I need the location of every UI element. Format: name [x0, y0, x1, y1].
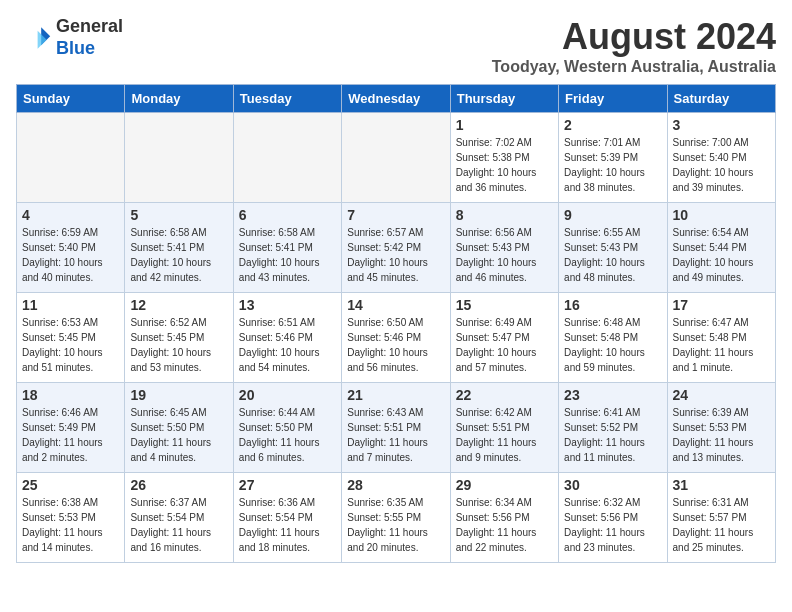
day-info: Sunrise: 6:44 AMSunset: 5:50 PMDaylight:… — [239, 405, 336, 465]
calendar-cell: 22Sunrise: 6:42 AMSunset: 5:51 PMDayligh… — [450, 383, 558, 473]
calendar-cell: 3Sunrise: 7:00 AMSunset: 5:40 PMDaylight… — [667, 113, 775, 203]
day-number: 6 — [239, 207, 336, 223]
calendar-week-row: 11Sunrise: 6:53 AMSunset: 5:45 PMDayligh… — [17, 293, 776, 383]
day-info: Sunrise: 6:42 AMSunset: 5:51 PMDaylight:… — [456, 405, 553, 465]
calendar-cell: 20Sunrise: 6:44 AMSunset: 5:50 PMDayligh… — [233, 383, 341, 473]
day-number: 18 — [22, 387, 119, 403]
day-info: Sunrise: 6:38 AMSunset: 5:53 PMDaylight:… — [22, 495, 119, 555]
day-info: Sunrise: 6:49 AMSunset: 5:47 PMDaylight:… — [456, 315, 553, 375]
day-info: Sunrise: 6:31 AMSunset: 5:57 PMDaylight:… — [673, 495, 770, 555]
calendar-cell: 11Sunrise: 6:53 AMSunset: 5:45 PMDayligh… — [17, 293, 125, 383]
day-number: 16 — [564, 297, 661, 313]
day-number: 31 — [673, 477, 770, 493]
calendar-cell: 7Sunrise: 6:57 AMSunset: 5:42 PMDaylight… — [342, 203, 450, 293]
calendar-cell: 12Sunrise: 6:52 AMSunset: 5:45 PMDayligh… — [125, 293, 233, 383]
day-number: 2 — [564, 117, 661, 133]
day-info: Sunrise: 6:47 AMSunset: 5:48 PMDaylight:… — [673, 315, 770, 375]
day-number: 21 — [347, 387, 444, 403]
day-number: 4 — [22, 207, 119, 223]
calendar-cell: 4Sunrise: 6:59 AMSunset: 5:40 PMDaylight… — [17, 203, 125, 293]
weekday-header-row: SundayMondayTuesdayWednesdayThursdayFrid… — [17, 85, 776, 113]
day-number: 22 — [456, 387, 553, 403]
day-number: 10 — [673, 207, 770, 223]
day-info: Sunrise: 6:51 AMSunset: 5:46 PMDaylight:… — [239, 315, 336, 375]
logo-blue-text: Blue — [56, 38, 123, 60]
calendar-table: SundayMondayTuesdayWednesdayThursdayFrid… — [16, 84, 776, 563]
day-number: 3 — [673, 117, 770, 133]
day-number: 23 — [564, 387, 661, 403]
day-info: Sunrise: 7:02 AMSunset: 5:38 PMDaylight:… — [456, 135, 553, 195]
calendar-cell: 30Sunrise: 6:32 AMSunset: 5:56 PMDayligh… — [559, 473, 667, 563]
day-info: Sunrise: 6:46 AMSunset: 5:49 PMDaylight:… — [22, 405, 119, 465]
day-info: Sunrise: 6:39 AMSunset: 5:53 PMDaylight:… — [673, 405, 770, 465]
logo-icon — [16, 20, 52, 56]
calendar-cell: 25Sunrise: 6:38 AMSunset: 5:53 PMDayligh… — [17, 473, 125, 563]
day-info: Sunrise: 6:43 AMSunset: 5:51 PMDaylight:… — [347, 405, 444, 465]
calendar-cell: 28Sunrise: 6:35 AMSunset: 5:55 PMDayligh… — [342, 473, 450, 563]
day-info: Sunrise: 6:52 AMSunset: 5:45 PMDaylight:… — [130, 315, 227, 375]
day-info: Sunrise: 6:53 AMSunset: 5:45 PMDaylight:… — [22, 315, 119, 375]
calendar-cell: 26Sunrise: 6:37 AMSunset: 5:54 PMDayligh… — [125, 473, 233, 563]
day-info: Sunrise: 6:37 AMSunset: 5:54 PMDaylight:… — [130, 495, 227, 555]
calendar-cell: 8Sunrise: 6:56 AMSunset: 5:43 PMDaylight… — [450, 203, 558, 293]
day-number: 9 — [564, 207, 661, 223]
weekday-header-saturday: Saturday — [667, 85, 775, 113]
calendar-cell: 13Sunrise: 6:51 AMSunset: 5:46 PMDayligh… — [233, 293, 341, 383]
day-number: 20 — [239, 387, 336, 403]
day-number: 30 — [564, 477, 661, 493]
calendar-cell: 18Sunrise: 6:46 AMSunset: 5:49 PMDayligh… — [17, 383, 125, 473]
calendar-cell: 23Sunrise: 6:41 AMSunset: 5:52 PMDayligh… — [559, 383, 667, 473]
calendar-cell: 1Sunrise: 7:02 AMSunset: 5:38 PMDaylight… — [450, 113, 558, 203]
day-info: Sunrise: 6:56 AMSunset: 5:43 PMDaylight:… — [456, 225, 553, 285]
calendar-cell — [17, 113, 125, 203]
weekday-header-friday: Friday — [559, 85, 667, 113]
calendar-cell: 14Sunrise: 6:50 AMSunset: 5:46 PMDayligh… — [342, 293, 450, 383]
logo: General Blue — [16, 16, 123, 59]
day-info: Sunrise: 6:54 AMSunset: 5:44 PMDaylight:… — [673, 225, 770, 285]
calendar-cell: 9Sunrise: 6:55 AMSunset: 5:43 PMDaylight… — [559, 203, 667, 293]
calendar-cell: 19Sunrise: 6:45 AMSunset: 5:50 PMDayligh… — [125, 383, 233, 473]
day-info: Sunrise: 6:55 AMSunset: 5:43 PMDaylight:… — [564, 225, 661, 285]
header: General Blue August 2024 Toodyay, Wester… — [16, 16, 776, 76]
day-info: Sunrise: 6:34 AMSunset: 5:56 PMDaylight:… — [456, 495, 553, 555]
day-number: 7 — [347, 207, 444, 223]
calendar-cell: 24Sunrise: 6:39 AMSunset: 5:53 PMDayligh… — [667, 383, 775, 473]
calendar-week-row: 1Sunrise: 7:02 AMSunset: 5:38 PMDaylight… — [17, 113, 776, 203]
day-info: Sunrise: 6:57 AMSunset: 5:42 PMDaylight:… — [347, 225, 444, 285]
calendar-cell — [342, 113, 450, 203]
day-info: Sunrise: 6:35 AMSunset: 5:55 PMDaylight:… — [347, 495, 444, 555]
calendar-cell: 31Sunrise: 6:31 AMSunset: 5:57 PMDayligh… — [667, 473, 775, 563]
day-number: 25 — [22, 477, 119, 493]
day-info: Sunrise: 7:01 AMSunset: 5:39 PMDaylight:… — [564, 135, 661, 195]
day-number: 13 — [239, 297, 336, 313]
weekday-header-tuesday: Tuesday — [233, 85, 341, 113]
day-number: 29 — [456, 477, 553, 493]
logo-general-text: General — [56, 16, 123, 38]
title-section: August 2024 Toodyay, Western Australia, … — [492, 16, 776, 76]
calendar-week-row: 4Sunrise: 6:59 AMSunset: 5:40 PMDaylight… — [17, 203, 776, 293]
calendar-cell: 10Sunrise: 6:54 AMSunset: 5:44 PMDayligh… — [667, 203, 775, 293]
calendar-cell: 21Sunrise: 6:43 AMSunset: 5:51 PMDayligh… — [342, 383, 450, 473]
day-info: Sunrise: 7:00 AMSunset: 5:40 PMDaylight:… — [673, 135, 770, 195]
day-number: 12 — [130, 297, 227, 313]
location-subtitle: Toodyay, Western Australia, Australia — [492, 58, 776, 76]
day-info: Sunrise: 6:59 AMSunset: 5:40 PMDaylight:… — [22, 225, 119, 285]
calendar-week-row: 25Sunrise: 6:38 AMSunset: 5:53 PMDayligh… — [17, 473, 776, 563]
calendar-cell — [125, 113, 233, 203]
calendar-week-row: 18Sunrise: 6:46 AMSunset: 5:49 PMDayligh… — [17, 383, 776, 473]
calendar-cell — [233, 113, 341, 203]
calendar-cell: 15Sunrise: 6:49 AMSunset: 5:47 PMDayligh… — [450, 293, 558, 383]
day-info: Sunrise: 6:45 AMSunset: 5:50 PMDaylight:… — [130, 405, 227, 465]
day-info: Sunrise: 6:58 AMSunset: 5:41 PMDaylight:… — [239, 225, 336, 285]
weekday-header-wednesday: Wednesday — [342, 85, 450, 113]
day-info: Sunrise: 6:58 AMSunset: 5:41 PMDaylight:… — [130, 225, 227, 285]
weekday-header-monday: Monday — [125, 85, 233, 113]
calendar-cell: 6Sunrise: 6:58 AMSunset: 5:41 PMDaylight… — [233, 203, 341, 293]
calendar-cell: 16Sunrise: 6:48 AMSunset: 5:48 PMDayligh… — [559, 293, 667, 383]
day-info: Sunrise: 6:50 AMSunset: 5:46 PMDaylight:… — [347, 315, 444, 375]
day-number: 24 — [673, 387, 770, 403]
weekday-header-sunday: Sunday — [17, 85, 125, 113]
day-info: Sunrise: 6:48 AMSunset: 5:48 PMDaylight:… — [564, 315, 661, 375]
day-number: 28 — [347, 477, 444, 493]
day-info: Sunrise: 6:41 AMSunset: 5:52 PMDaylight:… — [564, 405, 661, 465]
